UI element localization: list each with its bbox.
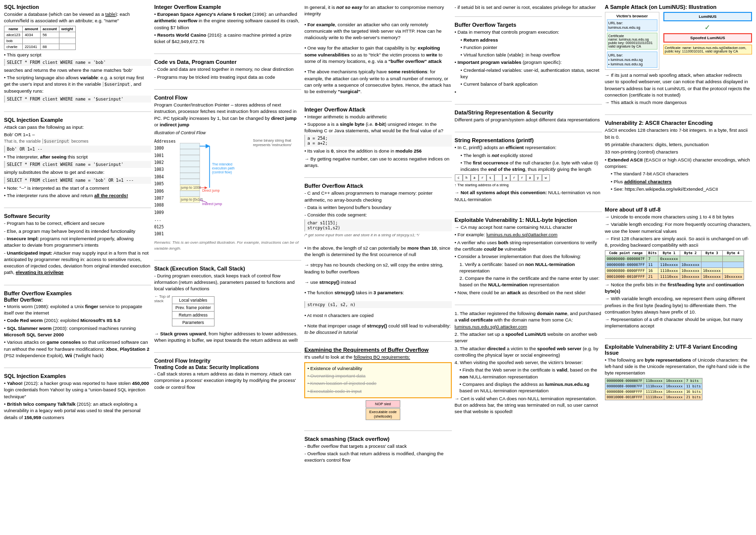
divider-5 (154, 54, 301, 54)
url-bar2: URL bar:• luminus.nus.edu.sg• luminus.nu… (607, 52, 657, 68)
bt-item7: • Current balance of bank application (461, 81, 602, 87)
bc3: a (471, 174, 479, 181)
sql-injection-examples2-section: SQL Injection Examples • Yahoo! (2012): … (4, 373, 151, 422)
bt-bullet: • (455, 89, 602, 95)
cfi-title: Control Flow Integrity (154, 358, 301, 364)
cf-some-binary: Some binary string that represents 'inst… (253, 138, 293, 238)
bt-item3: • Function pointer (461, 44, 602, 51)
luminus-server: LumiNUS (663, 12, 752, 21)
ioa-item2: • Suppose a is a single byte (i.e. 8-bit… (304, 121, 451, 134)
sql-query-note: • This query script (4, 52, 151, 58)
cf-diagram-container: Addresses 1000 1001 1002 1003 1004 1005 … (154, 138, 301, 238)
step4b: • Compares and displays the address as l… (460, 381, 602, 394)
divider-18 (605, 114, 752, 115)
utf8-b4-3 (722, 268, 744, 273)
luminus-title: A Sample Attack (on LumiNUS): Illustrati… (605, 4, 752, 10)
bc9: r (518, 174, 526, 181)
server-boxes: LumiNUS ✓ Spoofed LumiNUS Certificate: n… (663, 12, 752, 54)
column-1: SQL Injection Consider a database (which… (4, 4, 151, 468)
url-bar1: URL bar: luminus.nus.edu.sg (607, 19, 657, 31)
sql-injection-example-section: SQL Injection Example Attack can pass th… (4, 117, 151, 200)
integer-overflow-section: Integer Overflow Example • European Spac… (154, 4, 301, 46)
strcpy-note2: → use strncpy() instead (304, 279, 451, 285)
bc8: r (510, 174, 518, 181)
vuln2-item1: 95 printable characters: digits, letters… (605, 141, 752, 148)
cf-title: Control Flow (154, 95, 301, 101)
utf8-b1-2: 110xxxxx (658, 262, 680, 268)
buffer-cells: c h a r s a r r a y w (455, 174, 602, 181)
buf-overflow-subtitle: Buffer Overflow: (4, 297, 151, 303)
bq-item2: • Overwriting important data (307, 373, 448, 379)
ioa-code: a = 254;a = a+2; (304, 135, 451, 147)
sql-ex2-item1: • Yahoo! (2012): a hacker group was repo… (4, 380, 151, 400)
sw-item1: - Program has to be correct, efficient a… (4, 220, 151, 226)
ss-item2: - Overflow stack such that return addres… (304, 450, 451, 464)
utf8-row-2: 00000080-000007FF 11 110xxxxx 10xxxxxx (605, 262, 744, 268)
cfi-subtitle: Treating Code as Data: Security Implicat… (154, 365, 301, 370)
utf8-table: Code point range Bits Byte 1 Byte 2 Byte… (605, 250, 744, 280)
divider-20 (605, 338, 752, 339)
utf8-item2: → Variable length encoding: For more fre… (605, 221, 752, 234)
stack-diagram: ← Top ofstack Local variables Prev. fram… (154, 294, 301, 328)
cf-addresses: Addresses 1000 1001 1002 1003 1004 1005 … (154, 138, 175, 238)
vuln2-title: Vulnerability 2: ASCII Character Encodin… (605, 120, 752, 126)
bq-item1: • Existence of vulnerability (307, 365, 448, 372)
svg-text:jump to [0x12]: jump to [0x12] (180, 198, 203, 202)
utf8-b3-4: 10xxxxxx (701, 273, 722, 279)
utf8-b1-3: 1110xxxx (658, 268, 680, 273)
one-way-text: • One way for the attacker to gain that … (304, 45, 451, 64)
svg-rect-6 (180, 179, 200, 185)
svg-rect-9 (180, 191, 200, 197)
sql-table: name amount account weight alice12340345… (4, 26, 76, 50)
not-all-note: → Not all systems adopt this convention:… (455, 189, 602, 203)
boa-item3: - Consider this code segment: (304, 212, 451, 218)
data-string-section: Data/String Representation & Security Di… (455, 109, 602, 124)
utf8-b3-1 (701, 256, 722, 262)
stack-section: Stack (Execution Stack, Call Stack) - Du… (154, 266, 301, 344)
step4: 4. When visiting the spoofed web server,… (455, 359, 602, 366)
cf-diagram-title: Illustration of Control Flow (154, 130, 301, 136)
vuln2-text: ASCII encodes 128 characters into 7-bit … (605, 127, 752, 140)
utf8-b4-1 (722, 256, 744, 262)
ioa-title: Integer Overflow Attack (304, 107, 451, 112)
utf8-range2: 00000080-000007FF (605, 262, 647, 268)
sql-code3: Bob' OR 1=1 -- (4, 146, 151, 153)
spoofed-label: Spoofed LumiNUS (666, 36, 750, 40)
bq-item3: • Known location of injected code (307, 380, 448, 386)
string-repr-section: String Representations (printf) • In C, … (455, 137, 602, 204)
exp1-item5: 2. Compare the name in the certificate a… (460, 275, 602, 288)
exploitable1-section: Exploitable Vulnerability 1: NULL-byte I… (455, 217, 602, 297)
cert-box1: Certificatename: luminus.nus.edu.sgpubli… (607, 33, 657, 50)
code-data-item1: - Code and data are stored together in m… (154, 66, 301, 72)
divider-6 (154, 89, 301, 90)
utf8-b2-2: 10xxxxxx (680, 262, 701, 268)
attacker-steps-section: 1. The attacker registered the following… (455, 310, 602, 416)
int-overflow-title: Integer Overflow Example (154, 4, 301, 10)
utf8-b2-4: 10xxxxxx (680, 273, 701, 279)
ioa-item4: • Its value is 0, since the addition is … (304, 148, 451, 154)
nop-sled: NOP sled (366, 400, 400, 408)
exp1-title: Exploitable Vulnerability 1: NULL-byte I… (455, 217, 602, 223)
stack-text: - During program execution, stack keeps … (154, 272, 301, 292)
stack-top-label: ← Top ofstack (154, 294, 170, 303)
cfi-section: Control Flow Integrity Treating Code as … (154, 358, 301, 391)
bt-item5: • Important program variables (program s… (455, 59, 602, 65)
divider-7 (154, 260, 301, 261)
sql-code4: SELECT * FROM client WHERE name = '$user… (4, 161, 151, 168)
sql-ex2-item2: • British telco company TalkTalk (2015):… (4, 401, 151, 421)
utf8-b3-2 (701, 262, 722, 268)
step1: 1. The attacker registered the following… (455, 310, 602, 330)
sr-item3: • The first occurrence of the null chara… (461, 160, 602, 173)
examining-title: Examining the Requirements of Buffer Ove… (304, 347, 451, 353)
luminus-diagram: Victim's browser URL bar: luminus.nus.ed… (605, 12, 752, 70)
exp1-item2: • A verifier who uses both string-repres… (455, 239, 602, 253)
int-item1: • European Space Agency's Ariane 5 rocke… (154, 11, 301, 31)
bq-box: • Existence of vulnerability • Overwriti… (304, 362, 451, 398)
exp2-title: Exploitable Vulnerability 2: UTF-8 Varia… (605, 344, 752, 356)
buf-item4: • Various attacks on game consoles so th… (4, 339, 151, 359)
bc7: a (502, 174, 510, 181)
strncpy-text: • The function strncpy() takes in 3 para… (304, 289, 451, 296)
divider-10 (304, 177, 451, 178)
ss-item1: - Buffer overflow that targets a process… (304, 443, 451, 449)
cf-remarks: Remarks: This is an over-simplified illu… (154, 240, 301, 251)
